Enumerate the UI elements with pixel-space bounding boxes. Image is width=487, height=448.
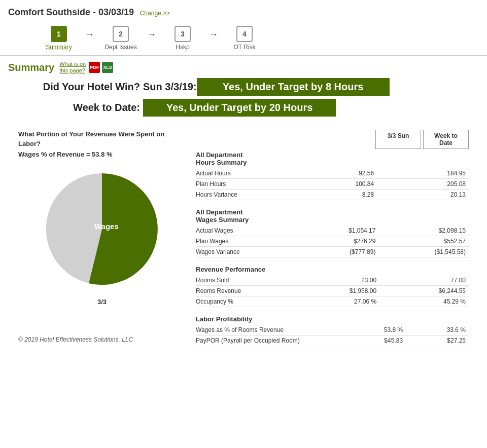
table-row: PayPOR (Payroll per Occupied Room)$45.83…	[196, 335, 469, 346]
table-cell-col2: 33.6 %	[406, 325, 469, 335]
xls-icon[interactable]: XLS	[102, 62, 113, 73]
table-cell-col2: ($1,545.58)	[378, 247, 469, 257]
labor-profitability-table: Wages as % of Rooms Revenue53.8 %33.6 %P…	[196, 325, 469, 346]
table-cell-label: Plan Wages	[196, 236, 289, 247]
table-cell-col2: 184.95	[377, 168, 469, 179]
hours-summary-title: All DepartmentHours Summary	[196, 151, 469, 166]
table-cell-col1: 27.06 %	[290, 296, 379, 307]
revenue-performance-section: Revenue Performance Rooms Sold23.0077.00…	[196, 266, 469, 307]
table-row: Wages Variance($777.89)($1,545.58)	[196, 247, 469, 257]
table-cell-label: PayPOR (Payroll per Occupied Room)	[196, 335, 343, 346]
arrow-3: →	[209, 29, 218, 40]
col-header-1: 3/3 Sun	[375, 130, 421, 149]
step-4[interactable]: 4 OT Risk	[224, 26, 265, 51]
table-row: Rooms Revenue$1,958.00$6,244.55	[196, 286, 469, 296]
table-row: Occupancy %27.06 %45.29 %	[196, 296, 469, 307]
col-header-2: Week toDate	[423, 130, 469, 149]
step-4-circle: 4	[236, 26, 253, 42]
table-cell-label: Wages Variance	[196, 247, 289, 257]
wages-pct: Wages % of Revenue = 53.8 %	[18, 151, 186, 158]
what-is-link[interactable]: What is onthis page?	[59, 61, 86, 74]
hours-summary-section: All DepartmentHours Summary Actual Hours…	[196, 151, 469, 200]
table-cell-col1: $1,054.17	[289, 226, 379, 236]
hotel-title: Comfort Southside - 03/03/19	[8, 7, 134, 17]
table-row: Actual Wages$1,054.17$2,098.15	[196, 226, 469, 236]
hotel-win-question: Did Your Hotel Win?	[13, 81, 140, 93]
chart-date: 3/3	[18, 298, 186, 306]
table-cell-col1: $1,958.00	[290, 286, 379, 296]
win-row-1: Did Your Hotel Win? Sun 3/3/19: Yes, Und…	[13, 78, 390, 96]
step-3-label[interactable]: Hskp	[176, 44, 189, 51]
table-cell-col2: 20.13	[377, 190, 469, 200]
table-cell-col1: 92.56	[285, 168, 377, 179]
table-cell-col1: $276.29	[289, 236, 379, 247]
table-cell-label: Plan Hours	[196, 179, 285, 190]
step-4-label[interactable]: OT Risk	[233, 44, 255, 51]
win-section: Did Your Hotel Win? Sun 3/3/19: Yes, Und…	[8, 78, 479, 120]
revenue-performance-table: Rooms Sold23.0077.00Rooms Revenue$1,958.…	[196, 275, 469, 307]
change-link[interactable]: Change >>	[140, 10, 170, 17]
step-2[interactable]: 2 Dept Issues	[100, 26, 141, 51]
table-cell-col1: 53.8 %	[343, 325, 406, 335]
pie-chart-svg: Wages	[36, 163, 168, 295]
table-row: Hours Variance8.2820.13	[196, 190, 469, 200]
left-panel: What Portion of Your Revenues Were Spent…	[13, 130, 186, 354]
table-cell-label: Occupancy %	[196, 296, 290, 307]
pdf-icon[interactable]: PDF	[89, 62, 100, 73]
table-cell-col1: 100.84	[285, 179, 377, 190]
arrow-1: →	[85, 29, 94, 40]
wages-summary-title: All DepartmentWages Summary	[196, 208, 469, 223]
week-to-date-label: Week to Date:	[13, 102, 140, 114]
table-cell-label: Hours Variance	[196, 190, 285, 200]
win-banner-1: Yes, Under Target by 8 Hours	[197, 78, 390, 96]
table-cell-col2: $552.57	[378, 236, 469, 247]
revenue-performance-title: Revenue Performance	[196, 266, 469, 273]
table-cell-col1: $45.83	[343, 335, 406, 346]
table-cell-col1: ($777.89)	[289, 247, 379, 257]
summary-title: Summary	[8, 62, 54, 73]
arrow-2: →	[147, 29, 156, 40]
table-row: Plan Hours100.84205.08	[196, 179, 469, 190]
labor-profitability-section: Labor Profitability Wages as % of Rooms …	[196, 315, 469, 346]
step-2-circle: 2	[113, 26, 129, 42]
labor-profitability-title: Labor Profitability	[196, 315, 469, 323]
wages-summary-section: All DepartmentWages Summary Actual Wages…	[196, 208, 469, 257]
table-cell-col2: 77.00	[379, 275, 469, 286]
win-banner-2: Yes, Under Target by 20 Hours	[143, 99, 336, 117]
table-cell-col2: $2,098.15	[378, 226, 469, 236]
step-1[interactable]: 1 Summary	[39, 26, 79, 51]
column-headers: 3/3 Sun Week toDate	[196, 130, 469, 149]
table-cell-col2: 45.29 %	[379, 296, 469, 307]
table-cell-label: Actual Wages	[196, 226, 289, 236]
chart-title: What Portion of Your Revenues Were Spent…	[18, 130, 186, 148]
table-cell-col1: 23.00	[290, 275, 379, 286]
table-cell-col1: 8.28	[285, 190, 377, 200]
win-row-2: Week to Date: Yes, Under Target by 20 Ho…	[13, 99, 336, 117]
steps-nav: 1 Summary → 2 Dept Issues → 3 Hskp → 4 O…	[8, 22, 479, 55]
step-3[interactable]: 3 Hskp	[162, 26, 203, 51]
table-row: Actual Hours92.56184.95	[196, 168, 469, 179]
step-3-circle: 3	[175, 26, 191, 42]
right-panel: 3/3 Sun Week toDate All DepartmentHours …	[196, 130, 474, 354]
wages-summary-table: Actual Wages$1,054.17$2,098.15Plan Wages…	[196, 226, 469, 257]
win-date-1: Sun 3/3/19:	[143, 81, 197, 93]
table-cell-label: Actual Hours	[196, 168, 285, 179]
copyright: © 2019 Hotel Effectiveness Solutions, LL…	[18, 336, 186, 343]
step-2-label[interactable]: Dept Issues	[105, 44, 136, 51]
table-cell-label: Rooms Sold	[196, 275, 290, 286]
table-row: Wages as % of Rooms Revenue53.8 %33.6 %	[196, 325, 469, 335]
step-1-label[interactable]: Summary	[46, 44, 72, 51]
table-cell-col2: 205.08	[377, 179, 469, 190]
hours-summary-table: Actual Hours92.56184.95Plan Hours100.842…	[196, 168, 469, 200]
table-row: Rooms Sold23.0077.00	[196, 275, 469, 286]
table-cell-col2: $6,244.55	[379, 286, 469, 296]
table-cell-label: Wages as % of Rooms Revenue	[196, 325, 343, 335]
table-row: Plan Wages$276.29$552.57	[196, 236, 469, 247]
table-cell-col2: $27.25	[406, 335, 469, 346]
table-cell-label: Rooms Revenue	[196, 286, 290, 296]
pie-chart: Wages	[36, 163, 168, 295]
step-1-circle: 1	[51, 26, 67, 42]
wages-label: Wages	[94, 222, 119, 231]
